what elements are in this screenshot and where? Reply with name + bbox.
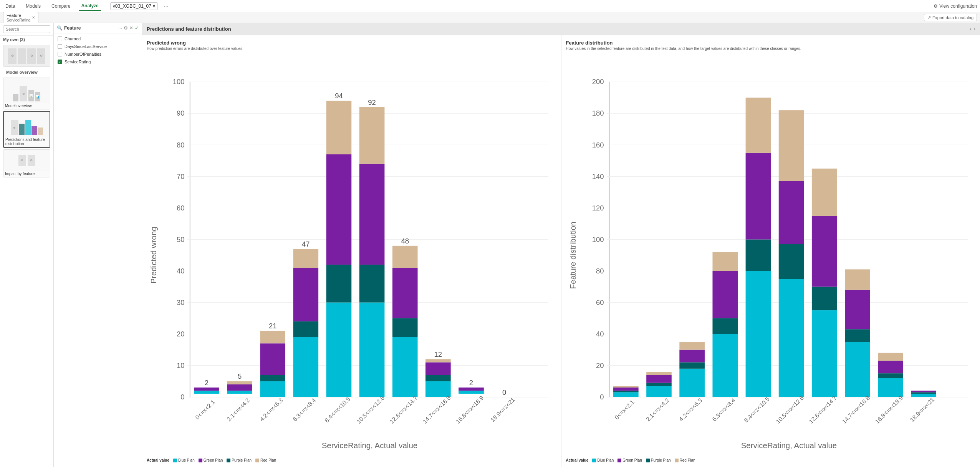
nav-compare[interactable]: Compare xyxy=(49,2,73,10)
feature-checkbox-penalties[interactable] xyxy=(58,52,62,56)
svg-rect-84 xyxy=(712,252,738,271)
feature-checkbox-servicerating[interactable]: ✓ xyxy=(58,60,62,64)
feature-panel-title: Feature xyxy=(64,25,117,31)
svg-rect-83 xyxy=(712,271,738,318)
svg-text:200: 200 xyxy=(592,78,604,86)
nav-models[interactable]: Models xyxy=(23,2,43,10)
charts-next-icon[interactable]: › xyxy=(974,26,975,32)
svg-rect-73 xyxy=(646,386,672,397)
svg-text:8.4<=x<10.5: 8.4<=x<10.5 xyxy=(743,396,771,424)
sidebar: My own (3) ⚙ ⚙ ⚙ Model overview xyxy=(0,23,54,467)
svg-text:60: 60 xyxy=(177,204,185,212)
svg-rect-89 xyxy=(778,279,804,397)
feature-panel: 🔍 Feature ··· ⚙ ✕ ✓ Churned DaysSinceLas… xyxy=(54,23,142,467)
chart-left-title: Predicted wrong xyxy=(147,40,556,46)
model-selector-chevron: ▾ xyxy=(153,3,155,9)
feature-close-icon[interactable]: ✕ xyxy=(129,25,133,31)
tab-feature-servicerating[interactable]: FeatureServiceRating ✕ xyxy=(3,12,38,23)
bar-3-red xyxy=(293,249,318,268)
legend-red-plan: Red Plan xyxy=(255,458,276,462)
svg-text:12.6<=x<14.7: 12.6<=x<14.7 xyxy=(388,394,419,425)
bar-6-green xyxy=(392,318,418,337)
chart-left-panel: Predicted wrong How prediction errors ar… xyxy=(142,35,561,467)
legend-green-plan: Green Plan xyxy=(199,458,223,462)
svg-rect-91 xyxy=(778,181,804,244)
svg-rect-90 xyxy=(778,244,804,279)
bar-7-purple xyxy=(425,362,451,375)
feature-item-churned[interactable]: Churned xyxy=(54,35,142,43)
sidebar-cards: ⚙ ⚙ ⚙ Model overview ⊕ 📊 📊 Model overv xyxy=(0,43,53,179)
svg-text:2: 2 xyxy=(469,379,473,387)
nav-data[interactable]: Data xyxy=(3,2,17,10)
svg-rect-105 xyxy=(911,394,936,397)
feature-label-churned: Churned xyxy=(65,36,81,41)
view-configuration-button[interactable]: ⚙ View configuration xyxy=(934,3,977,9)
bar-4-red xyxy=(326,101,352,154)
charts-nav: ‹ › xyxy=(970,26,975,32)
bar-5-purple xyxy=(359,164,385,265)
svg-text:40: 40 xyxy=(177,267,185,275)
export-data-button[interactable]: ↗ Export data to catalog xyxy=(924,14,977,21)
bar-6-red xyxy=(392,246,418,268)
feature-checkbox-days[interactable] xyxy=(58,44,62,49)
predictions-card-label: Predictions and feature distribution xyxy=(4,137,50,147)
bar-3-blue xyxy=(293,337,318,397)
svg-text:80: 80 xyxy=(596,267,604,275)
legend-green-label: Green Plan xyxy=(204,458,223,462)
svg-rect-74 xyxy=(646,383,672,386)
svg-rect-87 xyxy=(745,153,771,240)
sidebar-card-small-row[interactable]: ⚙ ⚙ ⚙ xyxy=(3,45,50,67)
feature-more-icon[interactable]: ··· xyxy=(118,25,122,31)
bar-1-blue xyxy=(227,391,252,394)
page-title: Predictions and feature distribution xyxy=(147,26,231,32)
predictions-preview: ⊕ xyxy=(4,112,50,137)
svg-rect-97 xyxy=(845,342,870,397)
feature-checkbox-churned[interactable] xyxy=(58,36,62,41)
svg-rect-94 xyxy=(811,287,837,311)
sidebar-card-predictions[interactable]: ⊕ Predictions and feature distribution xyxy=(3,111,50,148)
more-options-icon[interactable]: ··· xyxy=(164,3,169,9)
svg-text:21: 21 xyxy=(269,322,277,330)
tab-close-icon[interactable]: ✕ xyxy=(32,15,35,20)
bar-1-purple xyxy=(227,384,252,391)
svg-text:70: 70 xyxy=(177,172,185,181)
feature-label-penalties: NumberOfPenalties xyxy=(65,52,101,56)
bar-3-purple xyxy=(293,268,318,321)
bar-4-blue xyxy=(326,303,352,397)
search-icon-feature: 🔍 xyxy=(57,25,63,31)
svg-text:80: 80 xyxy=(177,141,185,149)
feature-item-servicerating[interactable]: ✓ ServiceRating xyxy=(54,58,142,66)
sidebar-search-input[interactable] xyxy=(3,25,50,33)
chart-right-container: Feature distribution xyxy=(566,54,976,457)
feature-settings-icon[interactable]: ⚙ xyxy=(124,25,128,31)
charts-prev-icon[interactable]: ‹ xyxy=(970,26,971,32)
svg-rect-78 xyxy=(679,362,705,368)
feature-panel-header: 🔍 Feature ··· ⚙ ✕ ✓ xyxy=(54,23,142,33)
impact-preview: ⊕ ⚙ xyxy=(3,150,50,171)
svg-text:6.3<=x<8.4: 6.3<=x<8.4 xyxy=(291,397,317,422)
svg-text:47: 47 xyxy=(302,240,310,248)
svg-text:30: 30 xyxy=(177,298,185,306)
feature-check-icon[interactable]: ✓ xyxy=(135,25,139,31)
model-selector[interactable]: v03_XGBC_01_07 ▾ xyxy=(110,2,158,10)
bar-6-purple xyxy=(392,268,418,318)
export-icon: ↗ xyxy=(927,15,931,20)
legend-red-label: Red Plan xyxy=(260,458,276,462)
bar-2-red xyxy=(260,331,285,343)
chart-right-svg: Feature distribution xyxy=(566,54,976,457)
right-legend-red-plan: Red Plan xyxy=(675,458,695,462)
sidebar-card-model-overview[interactable]: ⊕ 📊 📊 Model overview xyxy=(3,78,50,109)
feature-item-numberofpenalties[interactable]: NumberOfPenalties xyxy=(54,50,142,58)
feature-label-servicerating: ServiceRating xyxy=(65,60,91,64)
bar-7-green xyxy=(425,375,451,381)
svg-text:14.7<=x<16.8: 14.7<=x<16.8 xyxy=(841,394,871,425)
right-legend-blue-dot xyxy=(592,459,596,462)
feature-item-daysincelastservice[interactable]: DaysSinceLastService xyxy=(54,43,142,50)
bar-2-purple xyxy=(260,343,285,375)
chart-left-svg: Predicted wrong xyxy=(147,54,556,457)
svg-rect-98 xyxy=(845,329,870,342)
sidebar-card-impact[interactable]: ⊕ ⚙ Impact by feature xyxy=(3,149,50,177)
nav-analyze[interactable]: Analyze xyxy=(79,2,101,11)
bar-0-purple xyxy=(194,388,219,391)
bar-5-red xyxy=(359,107,385,164)
